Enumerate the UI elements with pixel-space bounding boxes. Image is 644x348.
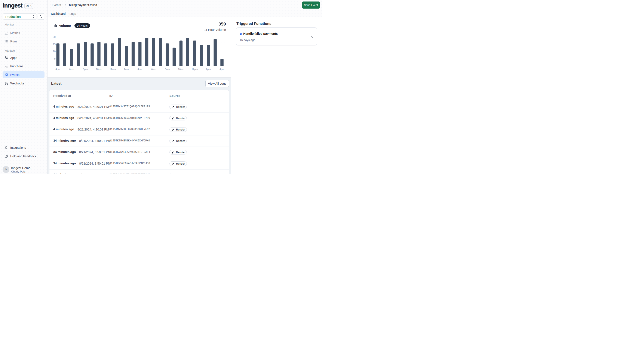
svg-text:4pm: 4pm [56, 68, 60, 71]
svg-text:8pm: 8pm [83, 68, 88, 71]
svg-text:4pm: 4pm [220, 68, 224, 71]
svg-text:5: 5 [54, 57, 56, 60]
svg-text:2pm: 2pm [206, 68, 210, 71]
svg-text:6pm: 6pm [69, 68, 74, 71]
svg-text:10: 10 [53, 50, 56, 53]
svg-text:8am: 8am [165, 68, 170, 71]
svg-text:20: 20 [53, 36, 56, 39]
svg-text:15: 15 [53, 43, 56, 46]
svg-text:12am: 12am [110, 68, 116, 71]
svg-text:2am: 2am [124, 68, 128, 71]
svg-text:10pm: 10pm [96, 68, 102, 71]
svg-text:12pm: 12pm [192, 68, 198, 71]
svg-text:6am: 6am [151, 68, 156, 71]
svg-text:10am: 10am [178, 68, 184, 71]
svg-text:4am: 4am [138, 68, 142, 71]
